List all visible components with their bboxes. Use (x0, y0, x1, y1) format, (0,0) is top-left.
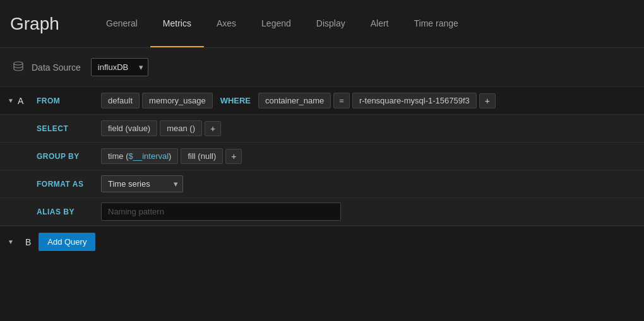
query-a-letter: A (18, 96, 23, 106)
from-row-header: ▼ A FROM default memory_usage WHERE cont… (0, 87, 644, 115)
datasource-row: Data Source influxDB (0, 48, 644, 87)
format-select-wrapper[interactable]: Time series Table Logs (101, 175, 183, 192)
group-by-row: GROUP BY time ($__interval) fill (null) … (0, 143, 644, 170)
from-label: FROM (32, 96, 101, 105)
add-query-button[interactable]: Add Query (39, 233, 95, 251)
select-func-btn[interactable]: mean () (160, 120, 202, 136)
group-time-btn[interactable]: time ($__interval) (101, 148, 178, 164)
format-as-select[interactable]: Time series Table Logs (101, 175, 183, 192)
group-by-label: GROUP BY (32, 152, 101, 161)
from-measurement-btn[interactable]: memory_usage (142, 93, 213, 108)
alias-by-input[interactable] (101, 202, 341, 221)
query-b-chevron[interactable]: ▼ (8, 238, 14, 245)
format-as-row: FORMAT AS Time series Table Logs (0, 170, 644, 198)
query-section: ▼ A FROM default memory_usage WHERE cont… (0, 87, 644, 257)
select-row: SELECT field (value) mean () + (0, 115, 644, 143)
datasource-label: Data Source (32, 62, 81, 73)
from-add-btn[interactable]: + (479, 93, 496, 108)
select-field-btn[interactable]: field (value) (101, 120, 157, 136)
query-a-chevron[interactable]: ▼ (8, 97, 14, 104)
select-label: SELECT (32, 124, 101, 133)
query-a-section: ▼ A (0, 96, 32, 106)
app-title: Graph (10, 14, 73, 34)
where-btn[interactable]: WHERE (215, 93, 256, 108)
datasource-select[interactable]: influxDB (91, 58, 148, 76)
from-db-btn[interactable]: default (101, 93, 140, 108)
filter-key-btn[interactable]: container_name (258, 93, 331, 108)
tab-axes[interactable]: Axes (204, 0, 249, 47)
query-b-letter: B (25, 237, 31, 247)
nav-tabs: General Metrics Axes Legend Display Aler… (93, 0, 471, 47)
tab-alert[interactable]: Alert (358, 0, 402, 47)
tab-display[interactable]: Display (304, 0, 358, 47)
alias-by-row: ALIAS BY (0, 198, 644, 226)
from-content: default memory_usage WHERE container_nam… (101, 89, 496, 112)
select-content: field (value) mean () + (101, 117, 221, 140)
header: Graph General Metrics Axes Legend Displa… (0, 0, 644, 48)
filter-op: = (333, 93, 350, 108)
group-fill-btn[interactable]: fill (null) (181, 148, 223, 164)
interval-link: $__interval (129, 151, 169, 161)
format-as-label: FORMAT AS (32, 180, 101, 189)
tab-legend[interactable]: Legend (249, 0, 304, 47)
select-add-btn[interactable]: + (205, 121, 221, 136)
alias-by-label: ALIAS BY (32, 207, 101, 216)
add-query-row: ▼ B Add Query (0, 226, 644, 257)
tab-general[interactable]: General (93, 0, 150, 47)
group-add-btn[interactable]: + (225, 149, 242, 164)
datasource-select-wrapper[interactable]: influxDB (91, 58, 148, 76)
alias-by-content (101, 199, 341, 225)
group-by-content: time ($__interval) fill (null) + (101, 144, 242, 168)
tab-time-range[interactable]: Time range (401, 0, 470, 47)
format-as-content: Time series Table Logs (101, 172, 183, 196)
svg-point-0 (14, 62, 23, 65)
tab-metrics[interactable]: Metrics (150, 0, 204, 47)
database-icon (13, 61, 24, 74)
filter-value-btn[interactable]: r-tensquare-mysql-1-156759f3 (352, 93, 477, 108)
